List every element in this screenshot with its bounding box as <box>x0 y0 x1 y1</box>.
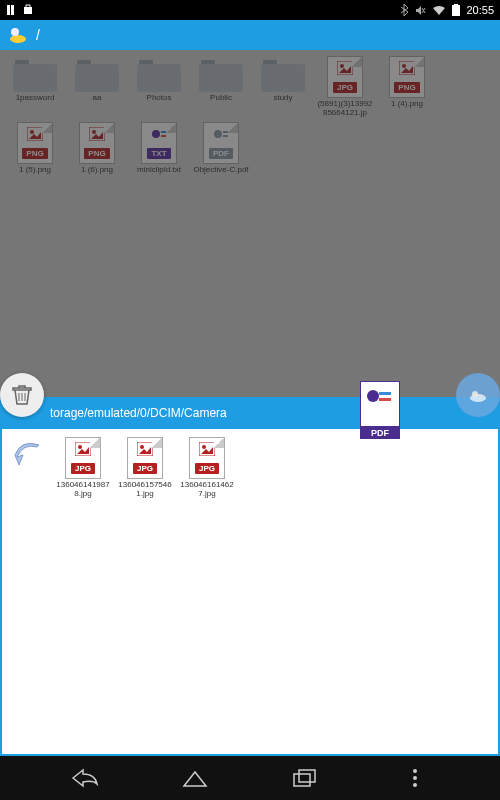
file-label: miniclipId.txt <box>137 166 181 175</box>
folder-icon <box>261 56 305 92</box>
folder-item[interactable]: study <box>254 56 312 118</box>
svg-point-39 <box>413 769 417 773</box>
svg-point-27 <box>472 391 478 397</box>
file-item[interactable]: PDFObjective-C.pdf <box>192 122 250 175</box>
dragged-pdf-icon[interactable]: PDF <box>360 381 400 439</box>
file-label: 1 (6).png <box>81 166 113 175</box>
svg-rect-30 <box>379 398 391 401</box>
file-label: (5891)(3)1399285664121.jp <box>317 100 373 118</box>
file-label: 1 (4).png <box>391 100 423 109</box>
jpg-file-icon: JPG <box>327 56 363 98</box>
svg-point-28 <box>367 390 379 402</box>
file-label: Public <box>210 94 232 103</box>
clock-text: 20:55 <box>466 4 494 16</box>
file-item[interactable]: PNG1 (6).png <box>68 122 126 175</box>
folder-icon <box>13 56 57 92</box>
file-label: Objective-C.pdf <box>193 166 248 175</box>
jpg-file-icon: JPG <box>127 437 163 479</box>
file-type-badge: TXT <box>147 148 170 159</box>
svg-point-7 <box>10 35 26 43</box>
file-type-badge: PNG <box>22 148 47 159</box>
file-type-badge: JPG <box>195 463 219 474</box>
file-label: 1password <box>16 94 55 103</box>
folder-icon <box>75 56 119 92</box>
svg-rect-1 <box>11 5 14 15</box>
bluetooth-icon <box>399 4 409 16</box>
local-panel: JPG1360461419878.jpgJPG1360461575461.jpg… <box>0 429 500 756</box>
android-status-bar: 20:55 <box>0 0 500 20</box>
back-button[interactable] <box>10 437 46 473</box>
folder-icon <box>137 56 181 92</box>
svg-rect-0 <box>7 5 10 15</box>
svg-rect-6 <box>454 4 458 5</box>
file-label: Photos <box>147 94 172 103</box>
svg-point-8 <box>11 28 19 36</box>
cloud-button[interactable] <box>456 373 500 417</box>
svg-point-12 <box>402 64 406 68</box>
folder-item[interactable]: Photos <box>130 56 188 118</box>
svg-rect-21 <box>223 131 228 133</box>
svg-rect-38 <box>299 770 315 782</box>
file-item[interactable]: JPG1360461419878.jpg <box>54 437 112 499</box>
svg-point-10 <box>340 64 344 68</box>
file-type-badge: PNG <box>84 148 109 159</box>
file-label: 1360461614627.jpg <box>179 481 235 499</box>
wifi-icon <box>432 5 446 16</box>
svg-rect-5 <box>452 5 460 16</box>
file-label: 1360461575461.jpg <box>117 481 173 499</box>
notification-icon <box>22 4 34 16</box>
file-item[interactable]: TXTminiclipId.txt <box>130 122 188 175</box>
svg-point-41 <box>413 783 417 787</box>
png-file-icon: PNG <box>79 122 115 164</box>
file-type-badge: JPG <box>71 463 95 474</box>
png-file-icon: PNG <box>389 56 425 98</box>
svg-rect-37 <box>294 774 310 786</box>
file-type-badge: JPG <box>333 82 357 93</box>
folder-item[interactable]: Public <box>192 56 250 118</box>
svg-rect-18 <box>161 131 166 133</box>
file-item[interactable]: PNG1 (4).png <box>378 56 436 118</box>
svg-rect-2 <box>24 7 32 14</box>
file-type-badge: PDF <box>209 148 233 159</box>
pdf-file-icon: PDF <box>203 122 239 164</box>
file-item[interactable]: JPG1360461614627.jpg <box>178 437 236 499</box>
svg-rect-22 <box>223 135 228 137</box>
home-nav-button[interactable] <box>175 763 215 793</box>
jpg-file-icon: JPG <box>189 437 225 479</box>
app-icon <box>8 25 28 45</box>
back-nav-button[interactable] <box>65 763 105 793</box>
menu-nav-button[interactable] <box>395 763 435 793</box>
trash-button[interactable] <box>0 373 44 417</box>
jpg-file-icon: JPG <box>65 437 101 479</box>
folder-icon <box>199 56 243 92</box>
folder-item[interactable]: aa <box>68 56 126 118</box>
file-label: 1360461419878.jpg <box>55 481 111 499</box>
svg-point-40 <box>413 776 417 780</box>
folder-item[interactable]: 1password <box>6 56 64 118</box>
android-nav-bar <box>0 756 500 800</box>
svg-point-17 <box>152 130 160 138</box>
pdf-badge-label: PDF <box>360 427 400 439</box>
file-item[interactable]: PNG1 (5).png <box>6 122 64 175</box>
svg-point-16 <box>92 130 96 134</box>
file-type-badge: PNG <box>394 82 419 93</box>
svg-point-34 <box>140 445 144 449</box>
app-header: / <box>0 20 500 50</box>
file-label: 1 (5).png <box>19 166 51 175</box>
remote-panel: 1passwordaaPhotosPublicstudyJPG(5891)(3)… <box>0 50 500 397</box>
file-item[interactable]: JPG1360461575461.jpg <box>116 437 174 499</box>
png-file-icon: PNG <box>17 122 53 164</box>
svg-point-32 <box>78 445 82 449</box>
local-path-text: torage/emulated/0/DCIM/Camera <box>50 406 227 420</box>
file-item[interactable]: JPG(5891)(3)1399285664121.jp <box>316 56 374 118</box>
svg-point-20 <box>214 130 222 138</box>
svg-rect-29 <box>379 392 391 395</box>
local-path-header: torage/emulated/0/DCIM/Camera PDF <box>0 397 500 429</box>
notification-icon <box>6 4 18 16</box>
recent-nav-button[interactable] <box>285 763 325 793</box>
svg-rect-19 <box>161 135 166 137</box>
svg-point-14 <box>30 130 34 134</box>
file-label: aa <box>93 94 102 103</box>
svg-point-36 <box>202 445 206 449</box>
header-path: / <box>36 27 40 43</box>
